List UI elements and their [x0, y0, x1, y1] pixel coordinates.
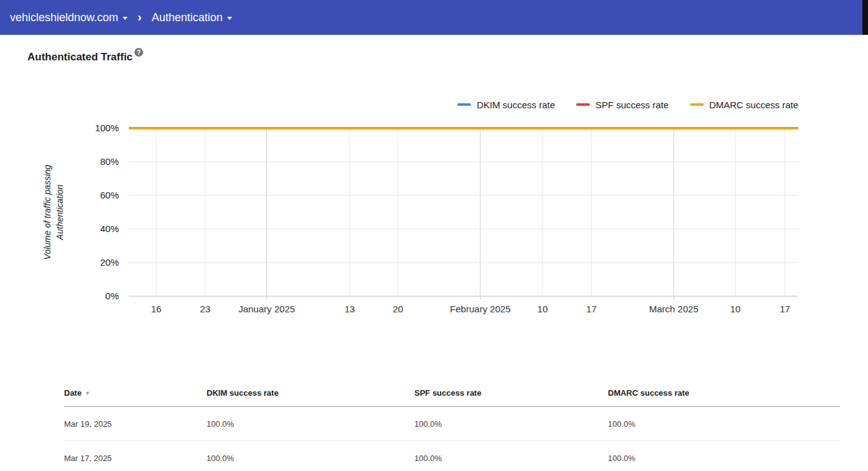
table-cell: 100.0% — [608, 454, 840, 463]
svg-text:February 2025: February 2025 — [450, 304, 511, 314]
legend-item-dmarc: DMARC success rate — [690, 100, 798, 110]
breadcrumb-separator-icon: › — [138, 10, 142, 24]
table-cell: Mar 19, 2025 — [64, 419, 207, 429]
svg-text:17: 17 — [586, 304, 597, 314]
table-cell: 100.0% — [608, 419, 840, 429]
chart-svg: 100%80%60%40%20%0%1623January 20251320Fe… — [0, 118, 868, 324]
legend-label: DKIM success rate — [477, 100, 555, 110]
svg-text:23: 23 — [200, 304, 210, 314]
domain-selector-label: vehicleshieldnow.com — [10, 11, 118, 24]
top-bar: vehicleshieldnow.com › Authentication — [0, 0, 868, 35]
sort-descending-icon: ▼ — [85, 390, 90, 396]
chevron-down-icon — [227, 17, 232, 20]
svg-text:40%: 40% — [100, 223, 119, 234]
table-cell: 100.0% — [414, 419, 608, 429]
legend-item-spf: SPF success rate — [576, 100, 669, 110]
svg-text:10: 10 — [730, 304, 741, 314]
section-selector-dropdown[interactable]: Authentication — [147, 7, 237, 28]
column-header-dkim: DKIM success rate — [207, 388, 414, 398]
chevron-down-icon — [123, 17, 128, 20]
svg-text:January 2025: January 2025 — [238, 304, 295, 314]
table-body: Mar 19, 2025100.0%100.0%100.0%Mar 17, 20… — [64, 407, 840, 471]
chart-area: 100%80%60%40%20%0%1623January 20251320Fe… — [0, 118, 868, 326]
legend-label: DMARC success rate — [709, 100, 798, 110]
section-selector-label: Authentication — [152, 11, 223, 24]
column-header-date[interactable]: Date ▼ — [64, 388, 207, 398]
legend-item-dkim: DKIM success rate — [457, 100, 555, 110]
svg-text:20: 20 — [393, 304, 403, 314]
svg-text:60%: 60% — [100, 190, 119, 200]
column-header-spf: SPF success rate — [414, 388, 608, 398]
window-edge — [862, 0, 868, 35]
auth-table: Date ▼ DKIM success rate SPF success rat… — [64, 380, 840, 471]
svg-text:20%: 20% — [100, 257, 119, 268]
dkim-line-swatch — [457, 103, 471, 106]
legend-label: SPF success rate — [595, 100, 669, 110]
svg-text:0%: 0% — [105, 291, 119, 301]
y-axis-label: Volume of traffic passing Authentication — [42, 138, 67, 287]
svg-text:17: 17 — [780, 304, 790, 314]
table-row: Mar 17, 2025100.0%100.0%100.0% — [64, 441, 840, 471]
table-cell: 100.0% — [414, 454, 608, 463]
table-cell: 100.0% — [207, 419, 414, 429]
svg-text:13: 13 — [345, 304, 355, 314]
table-cell: Mar 17, 2025 — [64, 454, 207, 463]
svg-text:100%: 100% — [95, 123, 119, 133]
table-row: Mar 19, 2025100.0%100.0%100.0% — [64, 407, 840, 441]
svg-text:March 2025: March 2025 — [649, 304, 698, 314]
svg-text:16: 16 — [151, 304, 162, 314]
title-row: Authenticated Traffic ? — [27, 51, 868, 63]
table-cell: 100.0% — [207, 454, 414, 463]
spf-line-swatch — [576, 103, 590, 106]
table-header-row: Date ▼ DKIM success rate SPF success rat… — [64, 380, 840, 407]
domain-selector-dropdown[interactable]: vehicleshieldnow.com — [5, 7, 133, 28]
svg-text:80%: 80% — [100, 156, 119, 167]
chart-section: DKIM success rate SPF success rate DMARC… — [0, 98, 868, 326]
help-icon[interactable]: ? — [134, 48, 143, 57]
svg-text:10: 10 — [538, 304, 548, 314]
dmarc-line-swatch — [690, 103, 704, 106]
chart-legend: DKIM success rate SPF success rate DMARC… — [0, 98, 868, 111]
column-header-dmarc: DMARC success rate — [608, 388, 840, 398]
page-title: Authenticated Traffic — [27, 51, 133, 63]
